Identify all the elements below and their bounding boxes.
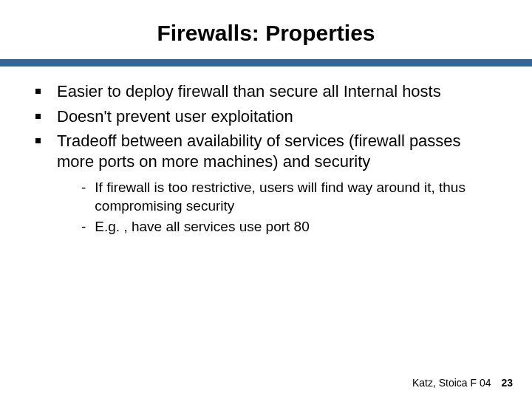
sub-bullet-list: - If firewall is too restrictive, users … xyxy=(35,179,497,236)
list-item: - If firewall is too restrictive, users … xyxy=(81,179,497,215)
dash-bullet-icon: - xyxy=(81,179,86,197)
footer: Katz, Stoica F 04 23 xyxy=(412,377,513,389)
dash-bullet-icon: - xyxy=(81,218,86,236)
divider-bar xyxy=(0,59,532,66)
slide-title: Firewalls: Properties xyxy=(0,0,532,59)
list-item: Tradeoff between availability of service… xyxy=(35,131,497,171)
content-area: Easier to deploy firewall than secure al… xyxy=(0,66,532,236)
footer-credit: Katz, Stoica F 04 xyxy=(412,377,491,389)
square-bullet-icon xyxy=(35,89,41,94)
list-item: Easier to deploy firewall than secure al… xyxy=(35,81,497,102)
slide: Firewalls: Properties Easier to deploy f… xyxy=(0,0,532,399)
bullet-text: Doesn't prevent user exploitation xyxy=(57,106,293,127)
list-item: - E.g. , have all services use port 80 xyxy=(81,218,497,236)
square-bullet-icon xyxy=(35,138,41,143)
sub-bullet-text: E.g. , have all services use port 80 xyxy=(95,218,309,236)
page-number: 23 xyxy=(501,377,513,389)
bullet-text: Tradeoff between availability of service… xyxy=(57,131,497,171)
main-bullet-list: Easier to deploy firewall than secure al… xyxy=(35,81,497,171)
list-item: Doesn't prevent user exploitation xyxy=(35,106,497,127)
bullet-text: Easier to deploy firewall than secure al… xyxy=(57,81,441,102)
square-bullet-icon xyxy=(35,114,41,119)
sub-bullet-text: If firewall is too restrictive, users wi… xyxy=(95,179,497,215)
